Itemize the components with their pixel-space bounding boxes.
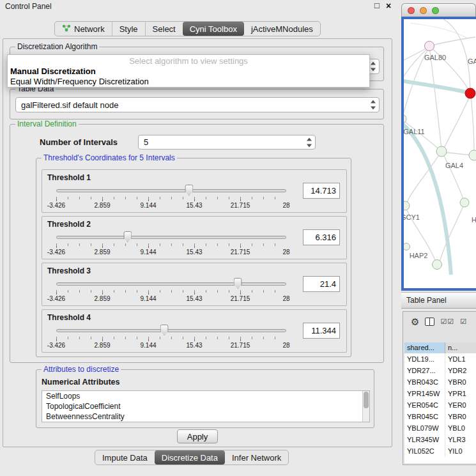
tab-style[interactable]: Style: [112, 22, 145, 36]
numerical-attributes-label: Numerical Attributes: [42, 378, 119, 387]
network-node[interactable]: [404, 114, 406, 123]
node-label: GAL11: [404, 128, 425, 135]
table-data-combobox[interactable]: galFiltered.sif default node: [15, 97, 380, 112]
slider-thumb[interactable]: [234, 278, 242, 289]
scale-label: 28: [282, 202, 289, 209]
list-item[interactable]: SelfLoops: [42, 391, 369, 401]
threshold-1-value-field[interactable]: [303, 183, 340, 199]
network-edge[interactable]: [471, 96, 474, 153]
list-scrollbar[interactable]: [362, 391, 369, 422]
list-item[interactable]: TopologicalCoefficient: [42, 401, 369, 411]
slider-thumb[interactable]: [123, 231, 132, 242]
network-edge[interactable]: [433, 37, 475, 45]
select-columns-icon[interactable]: ☑☑: [440, 318, 454, 326]
threshold-3-slider[interactable]: -3.426 2.859 9.144 15.43 21.715 28: [56, 277, 286, 304]
network-edge[interactable]: [429, 46, 441, 150]
scale-label: 2.859: [94, 249, 110, 256]
slider-track[interactable]: [56, 189, 286, 192]
threshold-panel-2: Threshold 2 -3.426 2.859 9.144 15.43 21.…: [42, 216, 347, 259]
network-node[interactable]: [460, 198, 469, 207]
table-row[interactable]: YPR145WYPR1: [404, 388, 476, 399]
list-item[interactable]: BetweennessCentrality: [42, 411, 369, 422]
network-node[interactable]: [404, 243, 410, 250]
slider-track[interactable]: [56, 236, 286, 239]
network-node[interactable]: [433, 260, 442, 270]
scale-label: -3.426: [47, 342, 65, 349]
threshold-4-slider[interactable]: -3.426 2.859 9.144 15.43 21.715 28: [56, 324, 286, 351]
tab-jactivemnodules[interactable]: jActiveMNodules: [244, 22, 320, 36]
slider-scale: -3.426 2.859 9.144 15.43 21.715 28: [56, 202, 286, 210]
dropdown-option-manual-discretization[interactable]: Manual Discretization: [8, 66, 369, 77]
node-label: GAL4: [445, 162, 463, 169]
threshold-4-label: Threshold 4: [47, 313, 91, 322]
scale-label: 21.715: [231, 202, 250, 209]
network-canvas[interactable]: GAL80 GA GAL11 GAL4 GCY1 H HAP2: [401, 17, 476, 291]
threshold-3-value-field[interactable]: [303, 276, 340, 292]
scale-label: 9.144: [140, 342, 156, 349]
network-edge[interactable]: [429, 46, 469, 91]
close-icon[interactable]: ×: [386, 1, 391, 11]
table-panel-header: Table Panel: [401, 292, 476, 309]
threshold-4-value-field[interactable]: [303, 323, 340, 339]
network-node[interactable]: [436, 146, 447, 157]
discretization-algorithm-group-title: Discretization Algorithm: [15, 42, 99, 51]
scrollbar-thumb[interactable]: [364, 392, 369, 408]
network-edge[interactable]: [443, 153, 464, 201]
scale-label: -3.426: [47, 202, 65, 209]
slider-track[interactable]: [56, 282, 286, 286]
network-node-selected[interactable]: [465, 88, 475, 98]
threshold-1-slider[interactable]: -3.426 2.859 9.144 15.43 21.715 28: [56, 184, 286, 211]
network-node[interactable]: [404, 201, 410, 210]
network-edge[interactable]: [404, 48, 427, 61]
slider-thumb[interactable]: [185, 185, 193, 196]
table-row[interactable]: YBR045CYBR0: [404, 411, 476, 422]
columns-icon[interactable]: [425, 318, 434, 326]
table-row[interactable]: YLR345WYLR3: [404, 434, 476, 445]
slider-minor-ticks: [56, 290, 286, 293]
scale-label: 28: [282, 295, 289, 302]
threshold-panel-4: Threshold 4 -3.426 2.859 9.144 15.43 21.…: [42, 309, 347, 353]
attributes-group-title: Attributes to discretize: [42, 365, 121, 374]
tab-network[interactable]: Network: [55, 22, 112, 36]
threshold-2-value-field[interactable]: [303, 229, 340, 245]
float-window-icon[interactable]: □: [374, 1, 380, 10]
table-data-group: Table Data galFiltered.sif default node: [10, 89, 384, 119]
slider-scale: -3.426 2.859 9.144 15.43 21.715 28: [56, 342, 286, 349]
table-row[interactable]: YIL052CYIL0: [404, 445, 476, 457]
scale-label: 9.144: [140, 249, 156, 256]
mac-minimize-button[interactable]: [420, 7, 427, 14]
apply-button[interactable]: Apply: [177, 429, 218, 443]
tab-cyni-toolbox[interactable]: Cyni Toolbox: [183, 22, 244, 36]
threshold-2-slider[interactable]: -3.426 2.859 9.144 15.43 21.715 28: [56, 231, 286, 257]
control-panel-title: Control Panel: [5, 2, 52, 11]
tab-impute-data[interactable]: Impute Data: [95, 450, 155, 464]
network-icon: [62, 24, 71, 34]
network-node[interactable]: [425, 42, 434, 51]
mac-close-button[interactable]: [408, 7, 415, 14]
control-panel-titlebar: Control Panel □ ×: [0, 0, 396, 13]
network-view-window: GAL80 GA GAL11 GAL4 GCY1 H HAP2: [401, 3, 476, 291]
number-of-intervals-value: 5: [144, 137, 148, 147]
bottom-tab-strip: Impute Data Discretize Data Infer Networ…: [95, 450, 289, 465]
column-header-shared-name[interactable]: shared...: [404, 342, 445, 353]
column-header-name[interactable]: n...: [445, 342, 476, 353]
slider-thumb[interactable]: [160, 325, 169, 335]
gear-icon[interactable]: ⚙: [411, 316, 419, 328]
network-edge[interactable]: [443, 95, 470, 150]
network-node[interactable]: [469, 150, 476, 160]
table-row[interactable]: YBR043CYBR0: [404, 376, 476, 388]
number-of-intervals-combobox[interactable]: 5: [138, 135, 316, 150]
tab-discretize-data[interactable]: Discretize Data: [155, 450, 225, 464]
table-row[interactable]: YDR27...YDR2: [404, 365, 476, 376]
table-data-combobox-value: galFiltered.sif default node: [21, 100, 118, 110]
tab-infer-network[interactable]: Infer Network: [225, 450, 288, 464]
table-row[interactable]: YER054CYER0: [404, 399, 476, 411]
threshold-1-label: Threshold 1: [47, 173, 91, 182]
toolbar-icon-cut[interactable]: ☑: [460, 318, 467, 326]
slider-track[interactable]: [56, 329, 286, 332]
tab-select[interactable]: Select: [145, 22, 183, 36]
table-row[interactable]: YBL079WYBL0: [404, 422, 476, 434]
dropdown-option-equal-width-frequency[interactable]: Equal Width/Frequency Discretization: [8, 77, 369, 87]
mac-zoom-button[interactable]: [432, 7, 439, 14]
table-row[interactable]: YDL19...YDL1: [404, 353, 476, 365]
